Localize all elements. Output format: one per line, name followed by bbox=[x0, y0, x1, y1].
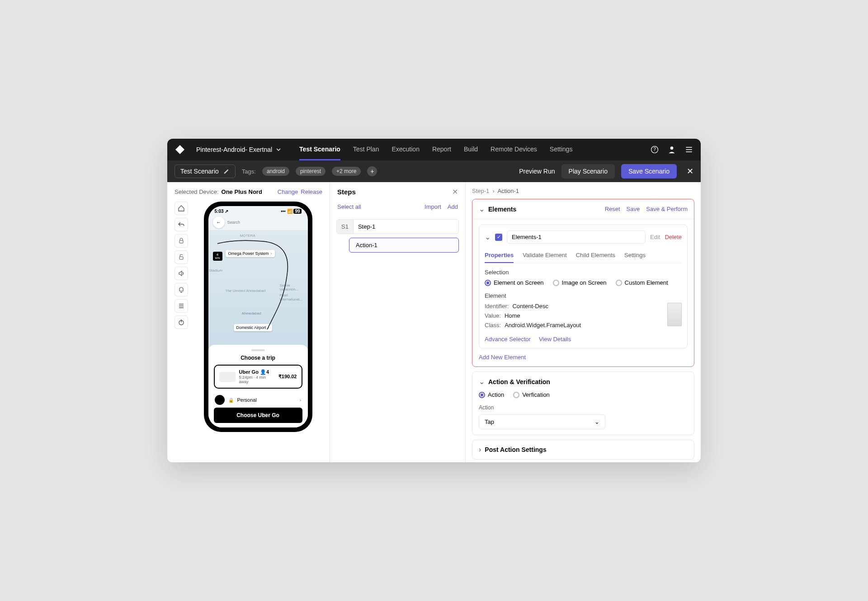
payment-row[interactable]: 🔒 Personal › bbox=[214, 392, 302, 408]
tab-execution[interactable]: Execution bbox=[392, 139, 419, 160]
elements-title: Elements bbox=[488, 206, 601, 213]
search-placeholder: Search bbox=[227, 220, 241, 225]
user-icon[interactable] bbox=[667, 145, 676, 154]
main-content: Selected Device: One Plus Nord Change Re… bbox=[167, 182, 701, 462]
radio-custom-element[interactable]: Custom Element bbox=[616, 279, 668, 286]
phone-back-button[interactable]: ← bbox=[213, 216, 225, 228]
view-details-button[interactable]: View Details bbox=[539, 336, 571, 343]
device-frame: 5:03 ↗ ••• 📶 99 ← Search 4MIN Omega Powe… bbox=[204, 202, 312, 432]
action-1-row[interactable]: Action-1 bbox=[349, 238, 459, 253]
choose-trip-title: Choose a trip bbox=[214, 355, 302, 361]
tab-test-scenario[interactable]: Test Scenario bbox=[299, 139, 340, 160]
elements-panel: ⌄ Elements Reset Save Save & Perform ⌄ ✓ bbox=[472, 199, 694, 367]
ride-option-ubergo[interactable]: Uber Go 👤4 5:24pm · 4 min away ₹190.02 bbox=[214, 365, 302, 389]
nav-right: ? bbox=[650, 145, 693, 154]
collapse-icon[interactable]: ⌄ bbox=[479, 377, 485, 386]
import-button[interactable]: Import bbox=[425, 203, 441, 210]
action-label: Action bbox=[479, 404, 688, 411]
radio-element-on-screen[interactable]: Element on Screen bbox=[485, 279, 544, 286]
step-1-row[interactable]: S1 Step-1 bbox=[336, 219, 459, 234]
device-screen[interactable]: 5:03 ↗ ••• 📶 99 ← Search 4MIN Omega Powe… bbox=[208, 206, 308, 427]
advance-selector-button[interactable]: Advance Selector bbox=[485, 336, 531, 343]
reset-button[interactable]: Reset bbox=[605, 206, 620, 212]
release-device-button[interactable]: Release bbox=[301, 188, 322, 195]
element-collapse-icon[interactable]: ⌄ bbox=[485, 233, 491, 241]
bell-icon[interactable] bbox=[175, 283, 188, 296]
choose-uber-go-button[interactable]: Choose Uber Go bbox=[214, 408, 302, 423]
back-icon[interactable] bbox=[175, 218, 188, 231]
search-row: ← Search bbox=[208, 215, 308, 230]
save-perform-button[interactable]: Save & Perform bbox=[646, 206, 688, 212]
steps-close-icon[interactable]: ✕ bbox=[452, 188, 458, 196]
post-action-panel[interactable]: › Post Action Settings bbox=[472, 440, 694, 460]
edit-icon[interactable] bbox=[223, 168, 230, 174]
subtab-settings[interactable]: Settings bbox=[624, 248, 646, 263]
select-all-button[interactable]: Select all bbox=[337, 203, 361, 210]
selected-device-label: Selected Device: bbox=[175, 188, 219, 195]
sheet-handle[interactable] bbox=[251, 349, 265, 351]
unlock-icon[interactable] bbox=[175, 250, 188, 264]
play-scenario-button[interactable]: Play Scenario bbox=[561, 164, 615, 178]
map-area[interactable]: 4MIN Omega Power System› Domestic Airpor… bbox=[208, 230, 308, 352]
steps-panel: Steps ✕ Select all Import Add S1 Step-1 … bbox=[330, 182, 466, 462]
tab-test-plan[interactable]: Test Plan bbox=[353, 139, 379, 160]
ride-name: Uber Go 👤4 bbox=[239, 369, 275, 375]
scenario-toolbar: Test Scenario Tags: android pinterest +2… bbox=[167, 160, 701, 182]
tab-remote-devices[interactable]: Remote Devices bbox=[491, 139, 537, 160]
list-icon[interactable] bbox=[175, 299, 188, 313]
close-icon[interactable]: ✕ bbox=[687, 166, 693, 176]
element-thumbnail bbox=[667, 303, 682, 326]
lock-icon[interactable] bbox=[175, 234, 188, 248]
car-icon bbox=[219, 372, 236, 382]
device-panel: Selected Device: One Plus Nord Change Re… bbox=[167, 182, 330, 462]
add-step-button[interactable]: Add bbox=[448, 203, 458, 210]
home-icon[interactable] bbox=[175, 202, 188, 215]
save-scenario-button[interactable]: Save Scenario bbox=[621, 164, 677, 178]
subtab-properties[interactable]: Properties bbox=[485, 248, 514, 263]
menu-icon[interactable] bbox=[684, 145, 693, 154]
tab-report[interactable]: Report bbox=[432, 139, 451, 160]
element-name-input[interactable] bbox=[507, 230, 646, 244]
element-edit-button[interactable]: Edit bbox=[650, 234, 660, 240]
power-icon[interactable] bbox=[175, 315, 188, 329]
element-checkbox[interactable]: ✓ bbox=[495, 234, 502, 241]
add-tag-button[interactable]: + bbox=[367, 166, 377, 176]
subtab-validate[interactable]: Validate Element bbox=[523, 248, 566, 263]
project-dropdown[interactable]: Pinterest-Android- Exertnal bbox=[196, 146, 281, 153]
add-new-element-button[interactable]: Add New Element bbox=[479, 354, 526, 361]
help-icon[interactable]: ? bbox=[650, 145, 659, 154]
crumb-step[interactable]: Step-1 bbox=[472, 188, 489, 194]
save-elements-button[interactable]: Save bbox=[627, 206, 640, 212]
chevron-down-icon bbox=[276, 147, 281, 152]
radio-verification[interactable]: Verfication bbox=[513, 391, 550, 398]
action-select[interactable]: Tap ⌄ bbox=[479, 414, 605, 429]
step-name: Step-1 bbox=[354, 220, 380, 234]
radio-image-on-screen[interactable]: Image on Screen bbox=[553, 279, 607, 286]
tag-android[interactable]: android bbox=[262, 167, 289, 176]
element-item: ⌄ ✓ Edit Delete Properties Validate Elem… bbox=[479, 225, 688, 348]
svg-text:?: ? bbox=[653, 147, 656, 152]
step-number: S1 bbox=[337, 220, 354, 234]
svg-rect-4 bbox=[179, 257, 183, 259]
ride-subtext: 5:24pm · 4 min away bbox=[239, 375, 275, 384]
nav-tabs: Test Scenario Test Plan Execution Report… bbox=[299, 139, 650, 160]
detail-panel: Step-1 › Action-1 ⌄ Elements Reset Save … bbox=[466, 182, 701, 462]
element-subtabs: Properties Validate Element Child Elemen… bbox=[485, 248, 682, 263]
top-nav: Pinterest-Android- Exertnal Test Scenari… bbox=[167, 139, 701, 160]
tab-settings[interactable]: Settings bbox=[550, 139, 573, 160]
tag-pinterest[interactable]: pinterest bbox=[296, 167, 326, 176]
collapse-icon[interactable]: ⌄ bbox=[479, 205, 485, 213]
subtab-child[interactable]: Child Elements bbox=[576, 248, 615, 263]
volume-icon[interactable] bbox=[175, 267, 188, 280]
expand-icon: › bbox=[479, 446, 481, 454]
tab-build[interactable]: Build bbox=[464, 139, 478, 160]
preview-run-button[interactable]: Preview Run bbox=[519, 168, 555, 175]
change-device-button[interactable]: Change bbox=[278, 188, 298, 195]
status-bar: 5:03 ↗ ••• 📶 99 bbox=[208, 206, 308, 215]
svg-point-2 bbox=[670, 146, 674, 150]
payment-label: Personal bbox=[237, 397, 257, 403]
element-delete-button[interactable]: Delete bbox=[665, 234, 682, 240]
radio-action[interactable]: Action bbox=[479, 391, 504, 398]
identifier-value: Content-Desc bbox=[512, 303, 548, 310]
tag-more[interactable]: +2 more bbox=[332, 167, 361, 176]
